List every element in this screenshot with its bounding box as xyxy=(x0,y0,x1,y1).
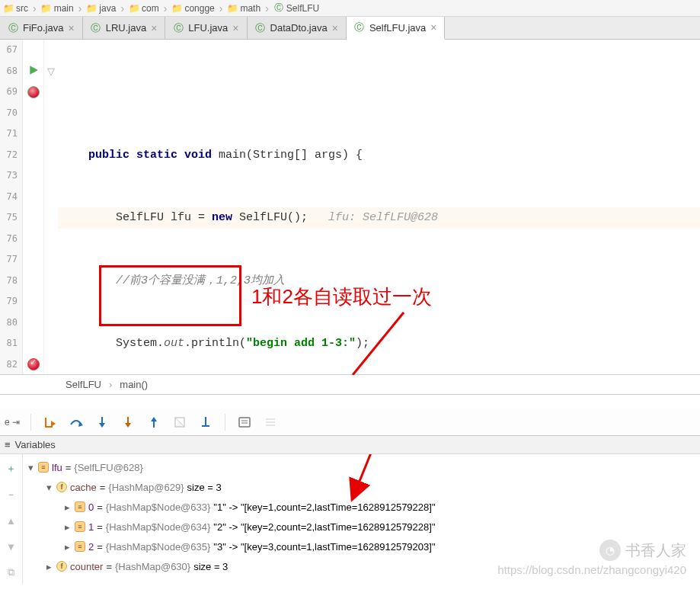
force-step-into-icon[interactable] xyxy=(120,414,136,431)
step-out-icon[interactable] xyxy=(145,414,162,431)
variables-header[interactable]: ≡ Variables xyxy=(0,436,700,454)
step-over-icon[interactable] xyxy=(68,414,85,431)
field-icon: f xyxy=(56,482,67,492)
folder-icon: 📁 xyxy=(41,3,52,14)
watermark-author: ◔ 书香人家 xyxy=(599,540,686,561)
svg-marker-8 xyxy=(125,423,131,428)
tab-lru[interactable]: ⒸLRU.java× xyxy=(83,17,166,39)
close-icon[interactable]: × xyxy=(151,22,157,34)
field-icon: f xyxy=(56,561,67,572)
tab-selflfu[interactable]: ⒸSelfLFU.java× xyxy=(347,17,446,40)
tab-fifo[interactable]: ⒸFiFo.java× xyxy=(0,17,83,39)
class-icon: Ⓒ xyxy=(91,23,101,34)
variables-side-toolbar: ＋ － ▲ ▼ ⧉ xyxy=(0,454,23,584)
new-watch-icon[interactable]: ＋ xyxy=(3,460,20,477)
class-icon: Ⓒ xyxy=(173,23,184,34)
class-icon: Ⓒ xyxy=(354,22,365,33)
tab-datadto[interactable]: ⒸDataDto.java× xyxy=(248,17,347,39)
variables-icon: ≡ xyxy=(5,439,11,450)
folder-icon: 📁 xyxy=(3,3,14,14)
show-execution-point-icon[interactable] xyxy=(42,414,59,431)
breakpoint-icon[interactable] xyxy=(27,86,40,98)
wechat-icon: ◔ xyxy=(599,540,621,561)
fold-icon[interactable]: ▽ xyxy=(47,66,55,77)
tab-lfu[interactable]: ⒸLFU.java× xyxy=(165,17,247,39)
variables-panel: ＋ － ▲ ▼ ⧉ ▾≡ lfu = {SelfLFU@628} ▾f cach… xyxy=(0,454,700,584)
step-into-icon[interactable] xyxy=(94,414,110,431)
folder-icon: 📁 xyxy=(86,3,97,14)
trace-current-stream-chain-icon[interactable] xyxy=(262,414,279,431)
object-icon: ≡ xyxy=(38,462,49,473)
close-icon[interactable]: × xyxy=(232,22,238,34)
class-icon: Ⓒ xyxy=(8,23,18,34)
svg-marker-3 xyxy=(51,421,56,427)
run-icon[interactable] xyxy=(28,65,39,78)
duplicate-watch-icon[interactable]: ⧉ xyxy=(3,564,20,581)
folder-icon: 📁 xyxy=(171,3,182,14)
icon-gutter xyxy=(23,40,44,374)
object-icon: ≡ xyxy=(75,501,85,512)
breadcrumb: 📁src› 📁main› 📁java› 📁com› 📁congge› 📁math… xyxy=(0,0,700,17)
structure-breadcrumb[interactable]: SelfLFU›main() xyxy=(0,375,700,395)
editor-tabs: ⒸFiFo.java× ⒸLRU.java× ⒸLFU.java× ⒸDataD… xyxy=(0,17,700,40)
move-down-icon[interactable]: ▼ xyxy=(3,538,20,555)
class-icon: Ⓒ xyxy=(273,3,284,14)
fold-gutter: ▽ xyxy=(44,40,58,374)
close-icon[interactable]: × xyxy=(430,21,436,34)
remove-watch-icon[interactable]: － xyxy=(3,486,20,503)
breakpoint-icon[interactable] xyxy=(27,358,40,370)
close-icon[interactable]: × xyxy=(332,22,338,34)
object-icon: ≡ xyxy=(75,521,85,532)
svg-marker-10 xyxy=(151,417,157,421)
folder-icon: 📁 xyxy=(129,3,139,14)
class-icon: Ⓒ xyxy=(255,23,266,34)
run-to-cursor-icon[interactable] xyxy=(197,414,214,431)
svg-line-12 xyxy=(175,418,184,427)
evaluate-expression-icon[interactable] xyxy=(236,414,253,431)
drop-frame-icon[interactable] xyxy=(171,414,188,431)
variables-tree[interactable]: ▾≡ lfu = {SelfLFU@628} ▾f cache = {HashM… xyxy=(23,454,700,584)
code-editor[interactable]: 67 68 69 70 71 72 73 74 75 76 77 78 79 8… xyxy=(0,40,700,375)
svg-marker-6 xyxy=(99,423,105,428)
svg-marker-0 xyxy=(30,66,38,75)
object-icon: ≡ xyxy=(75,541,85,552)
move-up-icon[interactable]: ▲ xyxy=(3,512,20,529)
svg-rect-15 xyxy=(239,418,250,427)
close-icon[interactable]: × xyxy=(68,22,74,34)
debug-toolbar: e ⇥ xyxy=(0,409,700,436)
line-number-gutter: 67 68 69 70 71 72 73 74 75 76 77 78 79 8… xyxy=(0,40,23,374)
code-area[interactable]: public static void main(String[] args) {… xyxy=(58,40,700,374)
folder-icon: 📁 xyxy=(227,3,238,14)
watermark-url: https://blog.csdn.net/zhangcongyi420 xyxy=(497,563,686,576)
